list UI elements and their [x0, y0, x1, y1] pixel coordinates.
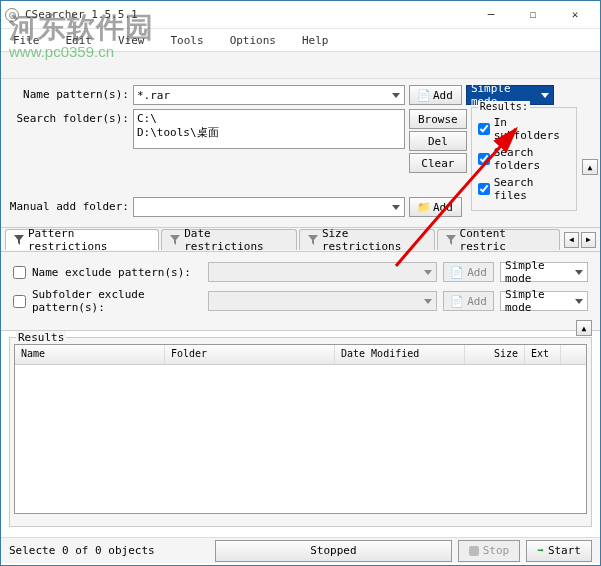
filter-icon: [446, 235, 456, 245]
in-subfolders-check[interactable]: In subfolders: [478, 116, 570, 142]
minimize-button[interactable]: ─: [470, 2, 512, 28]
filter-icon: [14, 235, 24, 245]
collapse-up-button[interactable]: ▲: [582, 159, 598, 175]
tabs-right-button[interactable]: ▶: [581, 232, 596, 248]
name-exclude-mode[interactable]: Simple mode: [500, 262, 588, 282]
subfolder-exclude-label: Subfolder exclude pattern(s):: [32, 288, 202, 314]
subfolder-exclude-add-button: 📄Add: [443, 291, 494, 311]
col-name[interactable]: Name: [15, 345, 165, 364]
status-bar: Selecte 0 of 0 objects Stopped Stop ➡Sta…: [1, 537, 600, 563]
name-exclude-label: Name exclude pattern(s):: [32, 266, 202, 279]
menu-tools[interactable]: Tools: [165, 32, 210, 49]
name-pattern-label: Name pattern(s):: [9, 85, 129, 101]
browse-button[interactable]: Browse: [409, 109, 467, 129]
menu-edit[interactable]: Edit: [60, 32, 99, 49]
menu-view[interactable]: View: [112, 32, 151, 49]
results-group: Results Name Folder Date Modified Size E…: [9, 337, 592, 527]
title-bar: CSearcher 1.5.5.1 ─ ☐ ✕: [1, 1, 600, 29]
stopped-button[interactable]: Stopped: [215, 540, 452, 562]
search-form: Name pattern(s): *.rar 📄Add Simple mode …: [1, 79, 600, 228]
restriction-tabs: Pattern restrictions Date restrictions S…: [1, 228, 600, 252]
subfolder-exclude-check[interactable]: [13, 295, 26, 308]
stop-icon: [469, 546, 479, 556]
add-icon: 📄: [450, 266, 464, 279]
results-options-group: Results: In subfolders Search folders Se…: [471, 107, 577, 211]
search-folders-check[interactable]: Search folders: [478, 146, 570, 172]
status-text: Selecte 0 of 0 objects: [9, 544, 209, 557]
table-header: Name Folder Date Modified Size Ext: [15, 345, 586, 365]
name-exclude-input[interactable]: [208, 262, 437, 282]
add-icon: 📄: [450, 295, 464, 308]
tabbody-collapse-button[interactable]: ▲: [576, 320, 592, 336]
stop-button: Stop: [458, 540, 521, 562]
name-exclude-add-button: 📄Add: [443, 262, 494, 282]
results-legend: Results: [16, 331, 66, 344]
tab-pattern[interactable]: Pattern restrictions: [5, 229, 159, 250]
toolbar: [1, 51, 600, 79]
manual-add-input[interactable]: [133, 197, 405, 217]
menu-options[interactable]: Options: [224, 32, 282, 49]
close-button[interactable]: ✕: [554, 2, 596, 28]
subfolder-exclude-mode[interactable]: Simple mode: [500, 291, 588, 311]
menu-bar: File Edit View Tools Options Help: [1, 29, 600, 51]
col-size[interactable]: Size: [465, 345, 525, 364]
tabs-left-button[interactable]: ◀: [564, 232, 579, 248]
subfolder-exclude-input[interactable]: [208, 291, 437, 311]
tab-content[interactable]: Content restric: [437, 229, 560, 250]
table-body: [15, 365, 586, 513]
col-date[interactable]: Date Modified: [335, 345, 465, 364]
start-button[interactable]: ➡Start: [526, 540, 592, 562]
search-files-check[interactable]: Search files: [478, 176, 570, 202]
filter-icon: [170, 235, 180, 245]
menu-file[interactable]: File: [7, 32, 46, 49]
manual-add-label: Manual add folder:: [9, 197, 129, 213]
search-folder-label: Search folder(s):: [9, 109, 129, 125]
col-ext[interactable]: Ext: [525, 345, 561, 364]
name-exclude-check[interactable]: [13, 266, 26, 279]
col-folder[interactable]: Folder: [165, 345, 335, 364]
menu-help[interactable]: Help: [296, 32, 335, 49]
app-icon: [5, 8, 19, 22]
add-icon: 📄: [418, 89, 430, 101]
tab-size[interactable]: Size restrictions: [299, 229, 435, 250]
results-table[interactable]: Name Folder Date Modified Size Ext: [14, 344, 587, 514]
add-pattern-button[interactable]: 📄Add: [409, 85, 462, 105]
del-button[interactable]: Del: [409, 131, 467, 151]
pattern-tab-body: Name exclude pattern(s): 📄Add Simple mod…: [1, 252, 600, 331]
clear-button[interactable]: Clear: [409, 153, 467, 173]
filter-icon: [308, 235, 318, 245]
name-pattern-input[interactable]: *.rar: [133, 85, 405, 105]
manual-add-button[interactable]: 📁Add: [409, 197, 462, 217]
search-folder-list[interactable]: C:\ D:\tools\桌面: [133, 109, 405, 149]
play-icon: ➡: [537, 544, 544, 557]
folder-add-icon: 📁: [418, 201, 430, 213]
tab-date[interactable]: Date restrictions: [161, 229, 297, 250]
maximize-button[interactable]: ☐: [512, 2, 554, 28]
window-title: CSearcher 1.5.5.1: [25, 8, 470, 21]
